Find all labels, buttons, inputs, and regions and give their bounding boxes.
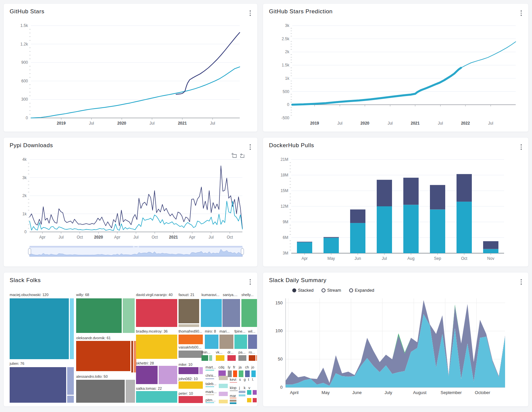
treemap-cell[interactable] bbox=[179, 367, 199, 374]
treemap-cell[interactable] bbox=[230, 382, 237, 383]
svg-text:Jun: Jun bbox=[354, 256, 361, 261]
legend-radio-stream[interactable]: Stream bbox=[322, 288, 341, 293]
panel-title: Slack Folks bbox=[10, 277, 41, 284]
treemap-cell[interactable] bbox=[253, 390, 257, 395]
treemap-cell[interactable] bbox=[247, 398, 251, 402]
treemap-cell[interactable] bbox=[256, 355, 257, 361]
treemap-label: mark... bbox=[205, 390, 217, 394]
treemap-cell[interactable] bbox=[238, 355, 246, 361]
treemap-cell[interactable] bbox=[241, 299, 257, 327]
treemap-cell[interactable] bbox=[219, 392, 228, 396]
bar-segment-sep[interactable] bbox=[430, 185, 445, 210]
treemap-cell[interactable] bbox=[239, 370, 243, 377]
treemap-cell[interactable] bbox=[205, 378, 214, 379]
treemap-cell[interactable] bbox=[219, 400, 228, 403]
treemap-cell[interactable] bbox=[136, 299, 177, 327]
bar-segment-may[interactable] bbox=[324, 237, 339, 238]
treemap-cell[interactable] bbox=[219, 384, 228, 388]
treemap-cell[interactable] bbox=[70, 298, 74, 359]
treemap-cell[interactable] bbox=[233, 370, 237, 377]
treemap-cell[interactable] bbox=[10, 367, 66, 403]
kebab-menu-icon[interactable] bbox=[520, 278, 523, 285]
treemap-label: cdq bbox=[218, 365, 224, 369]
treemap-cell[interactable] bbox=[205, 335, 218, 349]
treemap-cell[interactable] bbox=[201, 355, 208, 361]
treemap-cell[interactable] bbox=[219, 376, 228, 380]
kebab-menu-icon[interactable] bbox=[520, 144, 523, 151]
treemap-cell[interactable] bbox=[251, 370, 256, 377]
bar-segment-apr[interactable] bbox=[297, 242, 312, 253]
treemap-cell[interactable] bbox=[228, 370, 232, 377]
treemap-cell[interactable] bbox=[205, 386, 214, 387]
kebab-menu-icon[interactable] bbox=[520, 10, 523, 17]
kebab-menu-icon[interactable] bbox=[249, 144, 252, 151]
treemap-cell[interactable] bbox=[179, 351, 203, 358]
treemap-cell[interactable] bbox=[230, 402, 236, 404]
bar-segment-sep[interactable] bbox=[430, 209, 445, 253]
bar-segment-aug[interactable] bbox=[403, 178, 419, 205]
treemap-cell[interactable] bbox=[234, 335, 247, 349]
treemap-cell[interactable] bbox=[227, 355, 236, 361]
treemap-cell[interactable] bbox=[230, 398, 236, 398]
zoom-select-icon[interactable] bbox=[231, 153, 236, 157]
bar-segment-jun[interactable] bbox=[350, 223, 365, 253]
treemap-cell[interactable] bbox=[76, 341, 130, 371]
treemap-cell[interactable] bbox=[230, 390, 238, 391]
treemap-cell[interactable] bbox=[248, 335, 257, 349]
svg-text:September: September bbox=[441, 390, 462, 395]
treemap-cell[interactable] bbox=[239, 394, 245, 396]
treemap-cell[interactable] bbox=[222, 299, 240, 327]
treemap-cell[interactable] bbox=[253, 398, 257, 402]
slider-handle[interactable] bbox=[241, 249, 244, 255]
bar-segment-oct[interactable] bbox=[457, 174, 472, 202]
bar-segment-nov[interactable] bbox=[483, 249, 498, 253]
bar-segment-oct[interactable] bbox=[457, 202, 472, 253]
treemap-cell[interactable] bbox=[205, 402, 214, 403]
kebab-menu-icon[interactable] bbox=[249, 10, 252, 17]
treemap-cell[interactable] bbox=[179, 299, 199, 323]
treemap-cell[interactable] bbox=[239, 391, 245, 393]
treemap-cell[interactable] bbox=[136, 366, 158, 384]
legend-radio-expanded[interactable]: Expanded bbox=[349, 288, 374, 293]
restore-icon[interactable] bbox=[241, 154, 244, 157]
treemap-cell[interactable] bbox=[159, 366, 177, 384]
treemap-cell[interactable] bbox=[216, 355, 224, 361]
bar-segment-jun[interactable] bbox=[350, 209, 365, 223]
treemap-cell[interactable] bbox=[179, 381, 203, 389]
data-zoom-slider[interactable] bbox=[28, 246, 244, 257]
treemap-cell[interactable] bbox=[123, 298, 135, 333]
treemap-cell[interactable] bbox=[201, 299, 222, 327]
svg-text:150: 150 bbox=[275, 300, 283, 305]
kebab-menu-icon[interactable] bbox=[249, 278, 252, 285]
treemap-cell[interactable] bbox=[205, 394, 214, 395]
legend-radio-stacked[interactable]: Stacked bbox=[292, 288, 314, 293]
treemap-cell[interactable] bbox=[205, 370, 214, 370]
treemap-cell[interactable] bbox=[67, 396, 74, 403]
treemap-cell[interactable] bbox=[179, 396, 203, 403]
treemap-cell[interactable] bbox=[136, 335, 177, 359]
treemap-cell[interactable] bbox=[179, 335, 203, 344]
treemap-cell[interactable] bbox=[219, 335, 233, 349]
treemap-label: l. bbox=[252, 378, 254, 381]
bar-segment-nov[interactable] bbox=[483, 241, 498, 249]
treemap-cell[interactable] bbox=[67, 367, 74, 395]
bar-segment-aug[interactable] bbox=[403, 205, 419, 253]
treemap-cell[interactable] bbox=[10, 298, 69, 359]
bar-segment-jul[interactable] bbox=[377, 180, 392, 206]
treemap-cell[interactable] bbox=[230, 400, 236, 402]
treemap-cell[interactable] bbox=[199, 367, 203, 374]
treemap-cell[interactable] bbox=[249, 355, 255, 361]
treemap-cell[interactable] bbox=[245, 370, 250, 377]
bar-segment-apr[interactable] bbox=[297, 242, 312, 243]
treemap-cell[interactable] bbox=[209, 355, 212, 361]
slider-handle[interactable] bbox=[28, 249, 31, 255]
bar-segment-jul[interactable] bbox=[377, 206, 392, 253]
treemap-cell[interactable] bbox=[76, 298, 122, 333]
treemap-cell[interactable] bbox=[136, 391, 177, 403]
treemap-cell[interactable] bbox=[179, 324, 199, 327]
treemap-cell[interactable] bbox=[247, 390, 251, 395]
treemap-cell[interactable] bbox=[126, 380, 135, 403]
treemap-cell[interactable] bbox=[131, 341, 133, 372]
treemap-cell[interactable] bbox=[76, 380, 125, 403]
bar-segment-may[interactable] bbox=[324, 238, 339, 253]
